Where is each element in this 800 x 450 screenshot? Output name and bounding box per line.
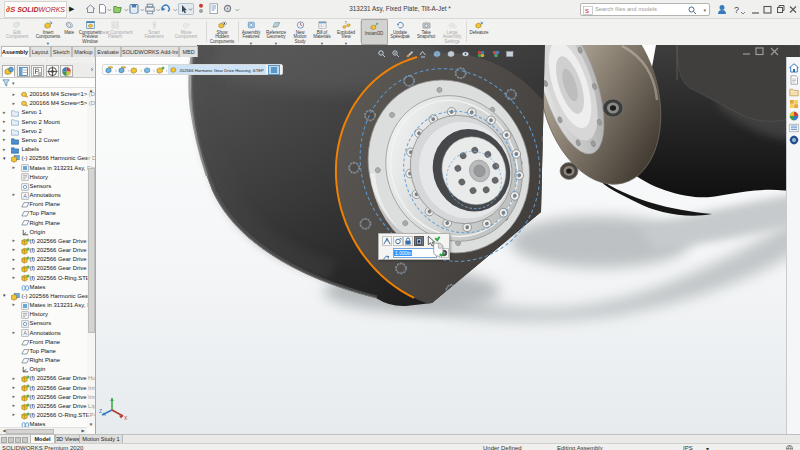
svg-text:S: S	[585, 8, 589, 14]
svg-text:A: A	[23, 330, 27, 336]
svg-text:A: A	[23, 193, 27, 199]
svg-text:Z: Z	[99, 408, 102, 414]
svg-text:?: ?	[734, 5, 739, 15]
